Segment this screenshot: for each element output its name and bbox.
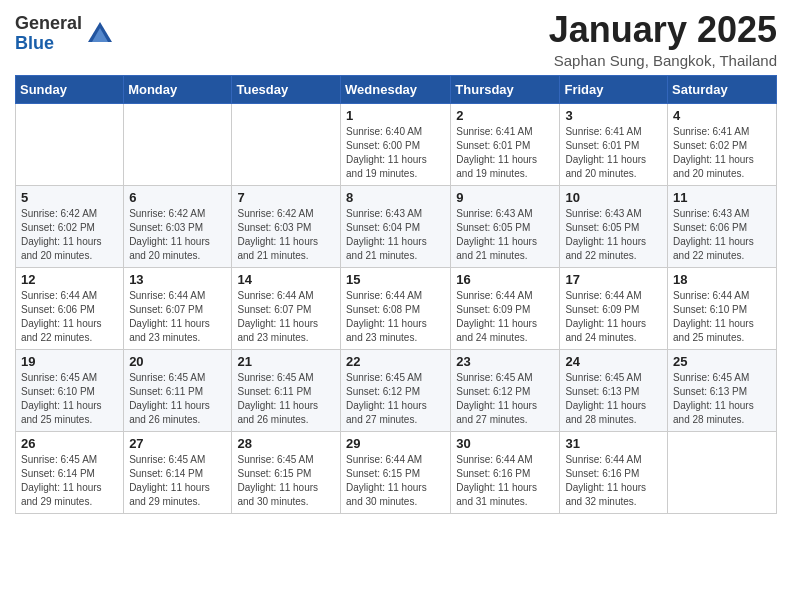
calendar-title: January 2025	[549, 10, 777, 50]
calendar-cell	[124, 103, 232, 185]
day-number: 25	[673, 354, 771, 369]
calendar-location: Saphan Sung, Bangkok, Thailand	[549, 52, 777, 69]
day-info: Sunrise: 6:41 AM Sunset: 6:01 PM Dayligh…	[456, 125, 554, 181]
calendar-cell: 10Sunrise: 6:43 AM Sunset: 6:05 PM Dayli…	[560, 185, 668, 267]
calendar-cell	[16, 103, 124, 185]
day-number: 31	[565, 436, 662, 451]
day-number: 14	[237, 272, 335, 287]
day-number: 2	[456, 108, 554, 123]
day-info: Sunrise: 6:45 AM Sunset: 6:12 PM Dayligh…	[456, 371, 554, 427]
day-info: Sunrise: 6:41 AM Sunset: 6:01 PM Dayligh…	[565, 125, 662, 181]
calendar-cell: 21Sunrise: 6:45 AM Sunset: 6:11 PM Dayli…	[232, 349, 341, 431]
calendar-table: SundayMondayTuesdayWednesdayThursdayFrid…	[15, 75, 777, 514]
calendar-cell: 3Sunrise: 6:41 AM Sunset: 6:01 PM Daylig…	[560, 103, 668, 185]
day-info: Sunrise: 6:43 AM Sunset: 6:05 PM Dayligh…	[565, 207, 662, 263]
day-number: 30	[456, 436, 554, 451]
day-info: Sunrise: 6:45 AM Sunset: 6:14 PM Dayligh…	[129, 453, 226, 509]
logo-general-text: General	[15, 14, 82, 34]
calendar-cell: 2Sunrise: 6:41 AM Sunset: 6:01 PM Daylig…	[451, 103, 560, 185]
calendar-cell: 25Sunrise: 6:45 AM Sunset: 6:13 PM Dayli…	[668, 349, 777, 431]
calendar-week-row: 19Sunrise: 6:45 AM Sunset: 6:10 PM Dayli…	[16, 349, 777, 431]
day-info: Sunrise: 6:44 AM Sunset: 6:07 PM Dayligh…	[237, 289, 335, 345]
day-info: Sunrise: 6:44 AM Sunset: 6:06 PM Dayligh…	[21, 289, 118, 345]
day-info: Sunrise: 6:43 AM Sunset: 6:05 PM Dayligh…	[456, 207, 554, 263]
calendar-cell: 23Sunrise: 6:45 AM Sunset: 6:12 PM Dayli…	[451, 349, 560, 431]
day-number: 17	[565, 272, 662, 287]
calendar-cell: 31Sunrise: 6:44 AM Sunset: 6:16 PM Dayli…	[560, 431, 668, 513]
calendar-cell: 20Sunrise: 6:45 AM Sunset: 6:11 PM Dayli…	[124, 349, 232, 431]
weekday-header-row: SundayMondayTuesdayWednesdayThursdayFrid…	[16, 75, 777, 103]
day-number: 9	[456, 190, 554, 205]
calendar-cell: 29Sunrise: 6:44 AM Sunset: 6:15 PM Dayli…	[341, 431, 451, 513]
calendar-cell: 19Sunrise: 6:45 AM Sunset: 6:10 PM Dayli…	[16, 349, 124, 431]
calendar-cell: 15Sunrise: 6:44 AM Sunset: 6:08 PM Dayli…	[341, 267, 451, 349]
logo: General Blue	[15, 14, 114, 54]
day-number: 4	[673, 108, 771, 123]
day-number: 24	[565, 354, 662, 369]
weekday-header-wednesday: Wednesday	[341, 75, 451, 103]
day-info: Sunrise: 6:44 AM Sunset: 6:16 PM Dayligh…	[565, 453, 662, 509]
day-number: 8	[346, 190, 445, 205]
weekday-header-saturday: Saturday	[668, 75, 777, 103]
day-number: 6	[129, 190, 226, 205]
calendar-cell: 9Sunrise: 6:43 AM Sunset: 6:05 PM Daylig…	[451, 185, 560, 267]
day-info: Sunrise: 6:43 AM Sunset: 6:06 PM Dayligh…	[673, 207, 771, 263]
day-info: Sunrise: 6:44 AM Sunset: 6:10 PM Dayligh…	[673, 289, 771, 345]
day-number: 26	[21, 436, 118, 451]
calendar-cell: 1Sunrise: 6:40 AM Sunset: 6:00 PM Daylig…	[341, 103, 451, 185]
weekday-header-friday: Friday	[560, 75, 668, 103]
day-number: 20	[129, 354, 226, 369]
day-info: Sunrise: 6:44 AM Sunset: 6:07 PM Dayligh…	[129, 289, 226, 345]
calendar-cell	[668, 431, 777, 513]
day-info: Sunrise: 6:41 AM Sunset: 6:02 PM Dayligh…	[673, 125, 771, 181]
weekday-header-thursday: Thursday	[451, 75, 560, 103]
calendar-week-row: 1Sunrise: 6:40 AM Sunset: 6:00 PM Daylig…	[16, 103, 777, 185]
day-info: Sunrise: 6:45 AM Sunset: 6:11 PM Dayligh…	[129, 371, 226, 427]
calendar-cell: 12Sunrise: 6:44 AM Sunset: 6:06 PM Dayli…	[16, 267, 124, 349]
calendar-cell: 18Sunrise: 6:44 AM Sunset: 6:10 PM Dayli…	[668, 267, 777, 349]
day-info: Sunrise: 6:45 AM Sunset: 6:13 PM Dayligh…	[565, 371, 662, 427]
weekday-header-sunday: Sunday	[16, 75, 124, 103]
day-number: 13	[129, 272, 226, 287]
day-info: Sunrise: 6:42 AM Sunset: 6:02 PM Dayligh…	[21, 207, 118, 263]
day-number: 15	[346, 272, 445, 287]
calendar-cell: 28Sunrise: 6:45 AM Sunset: 6:15 PM Dayli…	[232, 431, 341, 513]
day-info: Sunrise: 6:44 AM Sunset: 6:09 PM Dayligh…	[456, 289, 554, 345]
day-number: 3	[565, 108, 662, 123]
day-info: Sunrise: 6:42 AM Sunset: 6:03 PM Dayligh…	[237, 207, 335, 263]
calendar-cell: 26Sunrise: 6:45 AM Sunset: 6:14 PM Dayli…	[16, 431, 124, 513]
calendar-cell: 17Sunrise: 6:44 AM Sunset: 6:09 PM Dayli…	[560, 267, 668, 349]
calendar-cell: 24Sunrise: 6:45 AM Sunset: 6:13 PM Dayli…	[560, 349, 668, 431]
day-info: Sunrise: 6:44 AM Sunset: 6:15 PM Dayligh…	[346, 453, 445, 509]
day-number: 1	[346, 108, 445, 123]
calendar-week-row: 5Sunrise: 6:42 AM Sunset: 6:02 PM Daylig…	[16, 185, 777, 267]
day-info: Sunrise: 6:45 AM Sunset: 6:11 PM Dayligh…	[237, 371, 335, 427]
calendar-cell: 4Sunrise: 6:41 AM Sunset: 6:02 PM Daylig…	[668, 103, 777, 185]
day-info: Sunrise: 6:45 AM Sunset: 6:10 PM Dayligh…	[21, 371, 118, 427]
calendar-cell	[232, 103, 341, 185]
day-number: 18	[673, 272, 771, 287]
calendar-week-row: 12Sunrise: 6:44 AM Sunset: 6:06 PM Dayli…	[16, 267, 777, 349]
calendar-cell: 13Sunrise: 6:44 AM Sunset: 6:07 PM Dayli…	[124, 267, 232, 349]
calendar-cell: 16Sunrise: 6:44 AM Sunset: 6:09 PM Dayli…	[451, 267, 560, 349]
logo-icon	[86, 20, 114, 48]
day-number: 16	[456, 272, 554, 287]
day-info: Sunrise: 6:44 AM Sunset: 6:16 PM Dayligh…	[456, 453, 554, 509]
day-info: Sunrise: 6:45 AM Sunset: 6:13 PM Dayligh…	[673, 371, 771, 427]
page-header: General Blue January 2025 Saphan Sung, B…	[15, 10, 777, 69]
calendar-cell: 14Sunrise: 6:44 AM Sunset: 6:07 PM Dayli…	[232, 267, 341, 349]
day-number: 5	[21, 190, 118, 205]
day-number: 7	[237, 190, 335, 205]
day-number: 21	[237, 354, 335, 369]
day-info: Sunrise: 6:45 AM Sunset: 6:12 PM Dayligh…	[346, 371, 445, 427]
day-info: Sunrise: 6:44 AM Sunset: 6:08 PM Dayligh…	[346, 289, 445, 345]
day-number: 27	[129, 436, 226, 451]
day-number: 28	[237, 436, 335, 451]
calendar-cell: 22Sunrise: 6:45 AM Sunset: 6:12 PM Dayli…	[341, 349, 451, 431]
day-number: 19	[21, 354, 118, 369]
day-number: 22	[346, 354, 445, 369]
logo-blue-text: Blue	[15, 34, 82, 54]
day-info: Sunrise: 6:42 AM Sunset: 6:03 PM Dayligh…	[129, 207, 226, 263]
day-number: 10	[565, 190, 662, 205]
weekday-header-tuesday: Tuesday	[232, 75, 341, 103]
